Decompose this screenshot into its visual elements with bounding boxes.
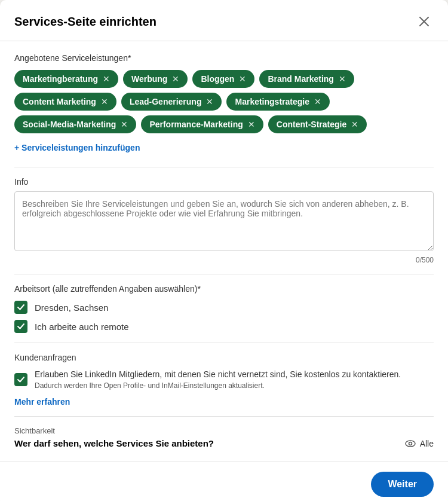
tag-label: Werbung	[131, 74, 167, 84]
services-section-label: Angebotene Serviceleistungen*	[14, 53, 434, 63]
kundenanfragen-checkbox[interactable]	[14, 373, 27, 386]
sichtbarkeit-alle[interactable]: Alle	[404, 438, 434, 450]
check-icon	[17, 303, 25, 311]
tag-item: Performance-Marketing✕	[141, 115, 263, 133]
check-icon	[17, 322, 25, 331]
tag-remove-button[interactable]: ✕	[103, 74, 110, 84]
arbeitsort-option-row: Ich arbeite auch remote	[14, 320, 434, 333]
close-icon	[418, 16, 430, 28]
tag-remove-button[interactable]: ✕	[172, 74, 179, 84]
add-service-button[interactable]: + Serviceleistungen hinzufügen	[14, 140, 140, 155]
sichtbarkeit-label: Sichtbarkeit	[14, 426, 434, 435]
tag-item: Brand Marketing✕	[259, 70, 354, 88]
modal-header: Services-Seite einrichten	[0, 0, 448, 41]
modal-title: Services-Seite einrichten	[14, 15, 157, 29]
tag-item: Social-Media-Marketing✕	[14, 115, 136, 133]
modal-container: Services-Seite einrichten Angebotene Ser…	[0, 0, 448, 501]
svg-point-2	[406, 441, 415, 447]
mehr-erfahren-button[interactable]: Mehr erfahren	[14, 397, 70, 407]
kundenanfragen-title: Kundenanfragen	[14, 353, 434, 362]
sichtbarkeit-question: Wer darf sehen, welche Services Sie anbi…	[14, 438, 214, 448]
tag-remove-button[interactable]: ✕	[121, 120, 128, 129]
tag-label: Social-Media-Marketing	[23, 120, 116, 129]
arbeitsort-option-label: Ich arbeite auch remote	[35, 322, 129, 332]
tag-remove-button[interactable]: ✕	[248, 120, 255, 129]
tag-label: Brand Marketing	[268, 74, 333, 84]
check-icon	[17, 375, 25, 384]
eye-icon	[404, 438, 416, 450]
kundenanfragen-text-col: Erlauben Sie LinkedIn Mitgliedern, mit d…	[35, 368, 401, 391]
tags-container: Marketingberatung✕Werbung✕Bloggen✕Brand …	[14, 70, 434, 133]
tag-remove-button[interactable]: ✕	[101, 97, 108, 106]
char-count: 0/500	[14, 256, 434, 264]
tag-item: Content-Strategie✕	[268, 115, 367, 133]
arbeitsort-option-label: Dresden, Sachsen	[35, 303, 108, 313]
tag-remove-button[interactable]: ✕	[339, 74, 346, 84]
info-textarea[interactable]	[14, 191, 434, 251]
tag-item: Werbung✕	[123, 70, 188, 88]
kundenanfragen-main-text: Erlauben Sie LinkedIn Mitgliedern, mit d…	[35, 368, 401, 381]
modal-footer: Weiter	[0, 462, 448, 501]
tag-label: Lead-Generierung	[130, 97, 202, 106]
tag-label: Bloggen	[201, 74, 234, 84]
arbeitsort-checkbox[interactable]	[14, 301, 27, 314]
tag-item: Content Marketing✕	[14, 93, 116, 111]
tag-label: Content Marketing	[23, 97, 96, 106]
divider-3	[14, 343, 434, 343]
close-button[interactable]	[415, 12, 434, 31]
sichtbarkeit-value: Alle	[420, 439, 434, 448]
tag-item: Marketingstrategie✕	[226, 93, 329, 111]
tag-remove-button[interactable]: ✕	[351, 120, 358, 129]
divider-2	[14, 274, 434, 274]
tag-remove-button[interactable]: ✕	[314, 97, 321, 106]
arbeitsort-checkbox[interactable]	[14, 320, 27, 333]
tag-label: Marketingberatung	[23, 74, 98, 84]
tag-item: Bloggen✕	[192, 70, 254, 88]
sichtbarkeit-row: Wer darf sehen, welche Services Sie anbi…	[14, 438, 434, 450]
tag-label: Performance-Marketing	[149, 120, 243, 129]
tag-item: Marketingberatung✕	[14, 70, 118, 88]
sichtbarkeit-section: Sichtbarkeit Wer darf sehen, welche Serv…	[14, 426, 434, 450]
divider-4	[14, 416, 434, 417]
kundenanfragen-row: Erlauben Sie LinkedIn Mitgliedern, mit d…	[14, 368, 434, 391]
tag-label: Marketingstrategie	[235, 97, 309, 106]
arbeitsort-option-row: Dresden, Sachsen	[14, 301, 434, 314]
kundenanfragen-sub-text: Dadurch werden Ihre Open Profile- und In…	[35, 381, 401, 391]
weiter-button[interactable]: Weiter	[371, 472, 434, 497]
arbeitsort-options: Dresden, SachsenIch arbeite auch remote	[14, 301, 434, 333]
modal-body: Angebotene Serviceleistungen* Marketingb…	[0, 41, 448, 462]
arbeitsort-label: Arbeitsort (alle zutreffenden Angaben au…	[14, 284, 434, 294]
tag-remove-button[interactable]: ✕	[206, 97, 213, 106]
tag-item: Lead-Generierung✕	[121, 93, 222, 111]
svg-point-3	[409, 442, 412, 445]
tag-label: Content-Strategie	[277, 120, 346, 129]
tag-remove-button[interactable]: ✕	[239, 74, 246, 84]
info-label: Info	[14, 177, 434, 187]
divider-1	[14, 167, 434, 167]
